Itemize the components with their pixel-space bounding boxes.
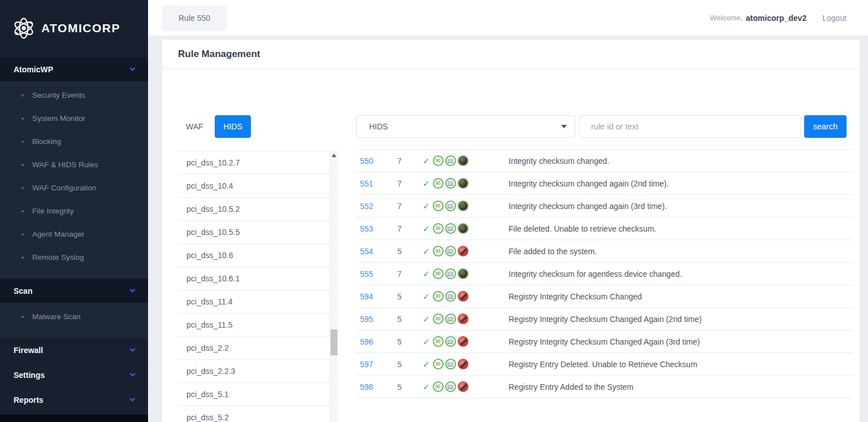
category-item[interactable]: pci_dss_10.2.7 <box>178 151 329 175</box>
sidebar-section-reports[interactable]: Reports <box>0 387 148 412</box>
sidebar-item-agent-manager[interactable]: Agent Manager <box>0 223 148 246</box>
rule-id-link[interactable]: 595 <box>356 315 397 324</box>
waf-toggle[interactable]: WAF <box>186 115 203 138</box>
enabled-check-icon[interactable]: ✓ <box>423 179 430 189</box>
email-alert-icon[interactable]: ✉ <box>433 359 444 369</box>
enabled-check-icon[interactable]: ✓ <box>423 246 430 256</box>
syslog-icon[interactable] <box>445 178 456 189</box>
alarm-disabled-icon[interactable] <box>458 359 468 369</box>
enabled-check-icon[interactable]: ✓ <box>423 292 430 302</box>
category-item[interactable]: pci_dss_2.2 <box>178 337 329 360</box>
table-row: 5527✓✉Integrity checksum changed again (… <box>356 195 853 217</box>
sidebar-item-system-monitor[interactable]: System Monitor <box>0 107 148 130</box>
rule-id-link[interactable]: 551 <box>356 179 397 188</box>
brand-logo[interactable]: ATOMICORP <box>0 0 148 56</box>
email-alert-icon[interactable]: ✉ <box>433 201 444 211</box>
enabled-check-icon[interactable]: ✓ <box>423 224 430 234</box>
enabled-check-icon[interactable]: ✓ <box>423 359 430 369</box>
search-button[interactable]: search <box>804 115 847 138</box>
email-alert-icon[interactable]: ✉ <box>433 178 444 189</box>
sidebar-item-security-events[interactable]: Security Events <box>0 84 148 107</box>
open-rule-tab[interactable]: Rule 550 <box>162 5 227 31</box>
alarm-active-icon[interactable] <box>458 268 468 279</box>
syslog-icon[interactable] <box>445 359 456 369</box>
logout-link[interactable]: Logout <box>822 14 847 23</box>
rule-id-link[interactable]: 555 <box>356 269 397 279</box>
rule-id-link[interactable]: 554 <box>356 247 397 256</box>
enabled-check-icon[interactable]: ✓ <box>423 314 430 324</box>
email-alert-icon[interactable]: ✉ <box>433 246 444 256</box>
enabled-check-icon[interactable]: ✓ <box>423 269 430 279</box>
category-item[interactable]: pci_dss_5.2 <box>178 406 329 422</box>
alarm-active-icon[interactable] <box>458 155 468 166</box>
syslog-icon[interactable] <box>445 314 456 324</box>
sidebar-item-remote-syslog[interactable]: Remote Syslog <box>0 246 148 269</box>
alarm-disabled-icon[interactable] <box>458 291 468 302</box>
enabled-check-icon[interactable]: ✓ <box>423 382 430 392</box>
email-alert-icon[interactable]: ✉ <box>433 314 444 324</box>
rule-id-link[interactable]: 597 <box>356 360 397 369</box>
sidebar-section-firewall[interactable]: Firewall <box>0 337 148 362</box>
category-item[interactable]: pci_dss_10.6.1 <box>178 267 329 290</box>
alarm-active-icon[interactable] <box>458 201 468 211</box>
category-item[interactable]: pci_dss_10.5.2 <box>178 198 329 221</box>
syslog-icon[interactable] <box>445 155 456 166</box>
syslog-icon[interactable] <box>445 246 456 256</box>
rule-description: Integrity checksum changed. <box>509 156 853 166</box>
rule-id-link[interactable]: 596 <box>356 337 397 346</box>
syslog-icon[interactable] <box>445 268 456 279</box>
rule-id-link[interactable]: 594 <box>356 292 397 301</box>
category-item[interactable]: pci_dss_5.1 <box>178 383 329 406</box>
category-item[interactable]: pci_dss_10.5.5 <box>178 221 329 244</box>
enabled-check-icon[interactable]: ✓ <box>423 201 430 211</box>
table-row: 5545✓✉File added to the system. <box>356 240 853 263</box>
category-item[interactable]: pci_dss_11.4 <box>178 290 329 314</box>
syslog-icon[interactable] <box>445 381 456 392</box>
alarm-active-icon[interactable] <box>458 178 468 189</box>
email-alert-icon[interactable]: ✉ <box>433 223 444 234</box>
syslog-icon[interactable] <box>445 223 456 234</box>
rule-id-link[interactable]: 552 <box>356 202 397 211</box>
ruleset-select[interactable]: HIDS <box>356 115 575 138</box>
vertical-scrollbar[interactable] <box>329 151 338 422</box>
enabled-check-icon[interactable]: ✓ <box>423 337 430 347</box>
category-item[interactable]: pci_dss_10.4 <box>178 175 329 198</box>
log-lines-glyph <box>448 362 453 367</box>
email-alert-icon[interactable]: ✉ <box>433 336 444 347</box>
vertical-scroll-thumb[interactable] <box>331 329 337 355</box>
sidebar-item-waf-configuration[interactable]: WAF Configuration <box>0 176 148 199</box>
hids-toggle-button[interactable]: HIDS <box>215 115 251 138</box>
email-alert-icon[interactable]: ✉ <box>433 381 444 392</box>
sidebar-item-file-integrity[interactable]: File Integrity <box>0 199 148 223</box>
email-alert-icon[interactable]: ✉ <box>433 155 444 166</box>
alarm-disabled-icon[interactable] <box>458 246 468 256</box>
sidebar-item-blocking[interactable]: Blocking <box>0 130 148 153</box>
category-item[interactable]: pci_dss_10.6 <box>178 244 329 267</box>
envelope-glyph: ✉ <box>435 271 440 277</box>
category-item[interactable]: pci_dss_2.2.3 <box>178 360 329 383</box>
alarm-disabled-icon[interactable] <box>458 336 468 347</box>
search-input[interactable] <box>579 115 801 138</box>
syslog-icon[interactable] <box>445 201 456 211</box>
enabled-check-icon[interactable]: ✓ <box>423 156 430 166</box>
rule-description: Registry Entry Added to the System <box>509 382 853 391</box>
sidebar-section-settings[interactable]: Settings <box>0 362 148 387</box>
sidebar-section-scan[interactable]: Scan <box>0 278 148 303</box>
sidebar-nav: AtomicWPSecurity EventsSystem MonitorBlo… <box>0 56 148 412</box>
category-item[interactable]: pci_dss_11.5 <box>178 314 329 337</box>
alarm-disabled-icon[interactable] <box>458 381 468 392</box>
sidebar-item-malware-scan[interactable]: Malware Scan <box>0 305 148 328</box>
sidebar-section-atomicwp[interactable]: AtomicWP <box>0 56 148 81</box>
alarm-disabled-icon[interactable] <box>458 314 468 324</box>
alarm-active-icon[interactable] <box>458 223 468 234</box>
email-alert-icon[interactable]: ✉ <box>433 291 444 302</box>
rule-id-link[interactable]: 550 <box>356 156 397 166</box>
rule-id-link[interactable]: 553 <box>356 224 397 233</box>
rule-id-link[interactable]: 598 <box>356 382 397 391</box>
syslog-icon[interactable] <box>445 336 456 347</box>
email-alert-icon[interactable]: ✉ <box>433 268 444 279</box>
envelope-glyph: ✉ <box>435 158 440 164</box>
sidebar-item-waf-hids-rules[interactable]: WAF & HIDS Rules <box>0 153 148 176</box>
scroll-up-icon[interactable] <box>332 154 336 157</box>
syslog-icon[interactable] <box>445 291 456 302</box>
